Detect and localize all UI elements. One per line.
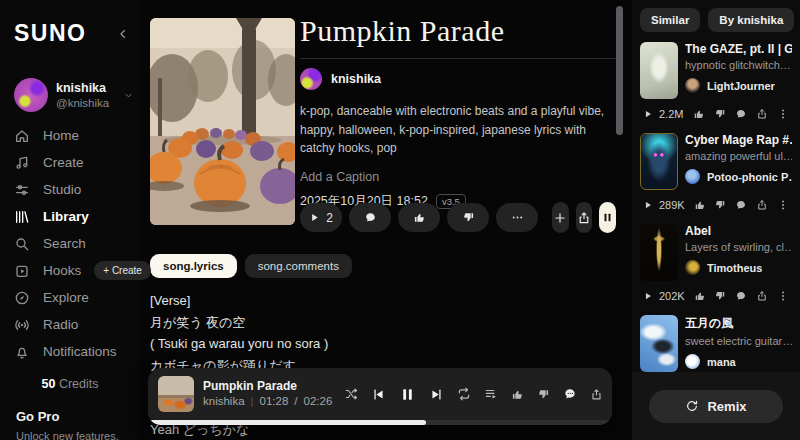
go-pro-section[interactable]: Go Pro Unlock new features, xyxy=(16,409,132,440)
thumbs-down-icon[interactable] xyxy=(714,108,726,120)
plays-value: 202K xyxy=(659,290,685,302)
sidebar-item-label: Library xyxy=(43,209,89,224)
song-thumbnail[interactable] xyxy=(640,224,678,281)
main-scrollbar-thumb[interactable] xyxy=(616,6,623,135)
play-icon xyxy=(643,109,653,119)
related-song-title[interactable]: 五月の風 xyxy=(685,315,792,332)
hooks-create-button[interactable]: + Create xyxy=(94,261,151,280)
player-artist[interactable]: knishika xyxy=(203,394,245,409)
thumbs-down-icon[interactable] xyxy=(714,199,726,211)
previous-track-icon[interactable] xyxy=(371,387,386,402)
plus-icon xyxy=(553,211,567,225)
song-artist-link[interactable]: knishika xyxy=(300,68,616,90)
player-pause-icon[interactable] xyxy=(399,386,416,403)
pause-icon xyxy=(601,211,614,224)
play-count-stat[interactable]: 202K xyxy=(643,290,685,302)
related-song-item[interactable]: Cyber Mage Rap #… amazing powerful ul… P… xyxy=(632,133,800,211)
sidebar-item-hooks[interactable]: Hooks + Create xyxy=(0,257,140,284)
thumbs-up-icon[interactable] xyxy=(694,290,706,302)
album-art[interactable] xyxy=(150,18,295,225)
related-song-item[interactable]: Abel Layers of swirling, cl… Timotheus 2… xyxy=(632,224,800,302)
profile-name: knishika xyxy=(56,81,109,97)
remix-footer: Remix xyxy=(632,372,800,440)
related-song-title[interactable]: The GAZE, pt. II | G… xyxy=(685,42,792,56)
player-song-title[interactable]: Pumpkin Parade xyxy=(203,379,331,395)
song-thumbnail[interactable] xyxy=(640,315,678,372)
related-song-title[interactable]: Cyber Mage Rap #… xyxy=(685,133,792,147)
repeat-icon[interactable] xyxy=(457,387,471,401)
related-song-artist[interactable]: LightJourner xyxy=(707,80,775,92)
thumbs-up-icon[interactable] xyxy=(693,108,705,120)
tab-song-lyrics[interactable]: song.lyrics xyxy=(150,254,237,278)
player-progress-track[interactable] xyxy=(148,420,612,425)
related-song-artist[interactable]: mana xyxy=(707,356,736,368)
related-song-item[interactable]: 五月の風 sweet electric guitar… mana xyxy=(632,315,800,372)
song-thumbnail[interactable] xyxy=(640,133,678,190)
thumbs-up-icon[interactable] xyxy=(694,199,706,211)
thumbs-down-icon[interactable] xyxy=(537,388,550,401)
play-icon xyxy=(643,291,653,301)
comment-icon[interactable] xyxy=(735,290,747,302)
related-song-artist[interactable]: Potoo-phonic P… xyxy=(707,171,792,183)
filter-similar-button[interactable]: Similar xyxy=(640,8,700,32)
comment-icon[interactable] xyxy=(735,199,747,211)
sidebar-item-studio[interactable]: Studio xyxy=(0,176,140,203)
collapse-sidebar-icon[interactable] xyxy=(116,27,130,41)
play-icon xyxy=(643,200,653,210)
song-thumbnail[interactable] xyxy=(640,42,678,99)
comment-button[interactable] xyxy=(349,203,391,232)
player-current-time: 01:28 xyxy=(260,394,289,409)
credits-display[interactable]: 50 Credits xyxy=(0,377,140,391)
kebab-menu-icon[interactable] xyxy=(777,108,789,120)
sidebar-item-create[interactable]: Create xyxy=(0,149,140,176)
share-icon[interactable] xyxy=(756,199,768,211)
sidebar-item-radio[interactable]: Radio xyxy=(0,311,140,338)
sidebar-item-label: Notifications xyxy=(43,344,117,359)
chevron-down-icon xyxy=(123,90,134,101)
play-icon xyxy=(309,212,320,223)
related-song-desc: amazing powerful ul… xyxy=(685,150,792,162)
add-caption-button[interactable]: Add a Caption xyxy=(300,170,616,184)
share-icon[interactable] xyxy=(756,108,768,120)
tab-song-comments[interactable]: song.comments xyxy=(245,254,352,278)
remix-button[interactable]: Remix xyxy=(649,390,783,423)
share-button[interactable] xyxy=(576,202,593,233)
share-icon[interactable] xyxy=(756,290,768,302)
play-count-button[interactable]: 2 xyxy=(300,203,342,232)
more-options-button[interactable] xyxy=(496,203,538,232)
related-song-title[interactable]: Abel xyxy=(685,224,792,238)
queue-icon[interactable] xyxy=(484,387,498,401)
share-icon[interactable] xyxy=(590,388,603,401)
player-thumbnail[interactable] xyxy=(158,376,194,412)
dislike-button[interactable] xyxy=(447,203,489,232)
remix-label: Remix xyxy=(707,399,746,414)
sidebar-item-notifications[interactable]: Notifications xyxy=(0,338,140,365)
sidebar-item-explore[interactable]: Explore xyxy=(0,284,140,311)
sidebar-item-library[interactable]: Library xyxy=(0,203,140,230)
comment-icon[interactable] xyxy=(563,387,577,401)
add-to-playlist-button[interactable] xyxy=(552,202,569,233)
profile-menu[interactable]: knishika @knishika xyxy=(14,78,134,112)
profile-handle: @knishika xyxy=(56,97,109,109)
comment-icon[interactable] xyxy=(735,108,747,120)
thumbs-down-icon[interactable] xyxy=(714,290,726,302)
related-song-artist[interactable]: Timotheus xyxy=(707,262,762,274)
sidebar-item-label: Create xyxy=(43,155,84,170)
thumbs-up-icon[interactable] xyxy=(511,388,524,401)
filter-by-artist-button[interactable]: By knishika xyxy=(708,8,794,32)
shuffle-icon[interactable] xyxy=(344,387,358,401)
song-style-description: k-pop, danceable with electronic beats a… xyxy=(300,102,616,158)
sidebar: SUNO knishika @knishika Home Create Stud… xyxy=(0,0,140,440)
sidebar-item-home[interactable]: Home xyxy=(0,122,140,149)
kebab-menu-icon[interactable] xyxy=(777,199,789,211)
like-button[interactable] xyxy=(398,203,440,232)
play-count-stat[interactable]: 289K xyxy=(643,199,685,211)
sidebar-item-search[interactable]: Search xyxy=(0,230,140,257)
kebab-menu-icon[interactable] xyxy=(777,290,789,302)
related-song-item[interactable]: The GAZE, pt. II | G… hypnotic glitchwit… xyxy=(632,42,800,120)
related-song-desc: sweet electric guitar… xyxy=(685,335,792,347)
next-track-icon[interactable] xyxy=(429,387,444,402)
pause-button[interactable] xyxy=(599,202,616,233)
lyric-line: 月が笑う 夜の空 xyxy=(150,312,349,334)
play-count-stat[interactable]: 2.2M xyxy=(643,108,683,120)
